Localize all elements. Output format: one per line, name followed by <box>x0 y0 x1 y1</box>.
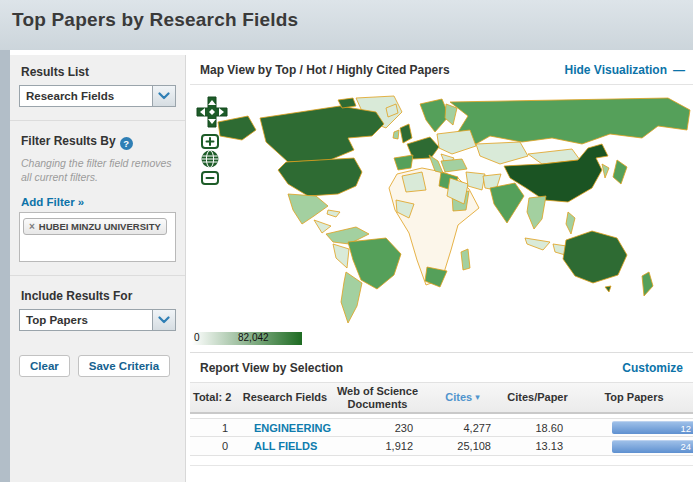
chevron-down-icon[interactable] <box>152 310 175 330</box>
column-cites-per-paper: Cites/Paper <box>500 391 575 404</box>
customize-link[interactable]: Customize <box>622 361 683 375</box>
filter-note: Changing the filter field removes all cu… <box>21 157 174 185</box>
table-header-row: Total: 2 Research Fields Web of Science … <box>190 382 693 414</box>
choropleth-scale: 0 82,042 <box>192 332 302 345</box>
top-papers-bar[interactable]: 12 <box>612 421 693 434</box>
results-list-value: Research Fields <box>20 86 152 106</box>
table-row: 0 ALL FIELDS 1,912 25,108 13.13 24 <box>190 437 693 456</box>
total-label: Total: 2 <box>190 391 240 404</box>
scale-min-label: 0 <box>194 332 200 343</box>
save-criteria-button[interactable]: Save Criteria <box>78 355 170 377</box>
row-docs: 230 <box>330 422 425 434</box>
top-papers-bar-cell: 24 <box>575 440 693 453</box>
scale-max-label: 82,042 <box>238 332 269 343</box>
report-view-header: Report View by Selection Customize <box>190 353 693 382</box>
page-title: Top Papers by Research Fields <box>12 9 298 31</box>
sort-down-icon: ▾ <box>475 392 480 402</box>
include-results-dropdown[interactable]: Top Papers <box>19 309 176 331</box>
choropleth-map[interactable] <box>190 92 693 332</box>
divider <box>10 120 185 121</box>
sidebar: Results List Research Fields Filter Resu… <box>10 55 186 482</box>
results-list-dropdown[interactable]: Research Fields <box>19 85 176 107</box>
results-list-label: Results List <box>21 65 176 79</box>
top-papers-bar[interactable]: 24 <box>612 440 693 453</box>
report-view-title: Report View by Selection <box>200 361 343 375</box>
row-cites-per-paper: 18.60 <box>500 422 575 434</box>
filter-by-label: Filter Results By? <box>21 134 176 150</box>
map-zoom-control[interactable] <box>200 134 220 190</box>
row-docs: 1,912 <box>330 440 425 452</box>
field-link-all-fields[interactable]: ALL FIELDS <box>240 440 330 452</box>
hide-visualization-link[interactable]: Hide Visualization— <box>565 63 685 77</box>
top-papers-value: 24 <box>680 441 693 452</box>
left-margin-strip <box>0 50 10 482</box>
world-map[interactable]: 0 82,042 <box>190 86 693 352</box>
column-cites-sort[interactable]: Cites ▾ <box>425 391 500 404</box>
column-top-papers: Top Papers <box>575 391 693 404</box>
help-icon[interactable]: ? <box>120 137 133 150</box>
row-cites: 4,277 <box>425 422 500 434</box>
chevron-down-icon[interactable] <box>152 86 175 106</box>
hide-visualization-label: Hide Visualization <box>565 63 667 77</box>
close-icon[interactable]: × <box>29 221 35 232</box>
filter-tag[interactable]: × HUBEI MINZU UNIVERSITY <box>23 218 167 235</box>
include-results-label: Include Results For <box>21 289 176 303</box>
add-filter-link[interactable]: Add Filter » <box>21 196 174 208</box>
field-link-engineering[interactable]: ENGINEERING <box>240 422 330 434</box>
divider <box>190 465 693 466</box>
top-papers-bar-cell: 12 <box>575 421 693 434</box>
include-results-value: Top Papers <box>20 310 152 330</box>
row-rank: 0 <box>190 440 240 452</box>
divider <box>10 275 185 276</box>
clear-button[interactable]: Clear <box>19 355 70 377</box>
filter-tag-label: HUBEI MINZU UNIVERSITY <box>39 221 161 232</box>
table-row: 1 ENGINEERING 230 4,277 18.60 12 <box>190 418 693 437</box>
main-content: Map View by Top / Hot / Highly Cited Pap… <box>190 55 693 482</box>
map-view-title: Map View by Top / Hot / Highly Cited Pap… <box>200 63 450 77</box>
map-view-header: Map View by Top / Hot / Highly Cited Pap… <box>190 55 693 85</box>
top-papers-value: 12 <box>680 423 693 434</box>
filter-box: × HUBEI MINZU UNIVERSITY <box>19 212 176 262</box>
sidebar-buttons: Clear Save Criteria <box>19 355 176 377</box>
row-rank: 1 <box>190 422 240 434</box>
pan-icon[interactable] <box>196 96 228 132</box>
filter-by-text: Filter Results By <box>21 134 116 148</box>
column-research-fields: Research Fields <box>240 391 330 404</box>
column-wos-documents: Web of Science Documents <box>330 385 425 410</box>
row-cites: 25,108 <box>425 440 500 452</box>
row-cites-per-paper: 13.13 <box>500 440 575 452</box>
minus-icon: — <box>673 63 685 77</box>
column-cites-label: Cites <box>445 391 472 403</box>
